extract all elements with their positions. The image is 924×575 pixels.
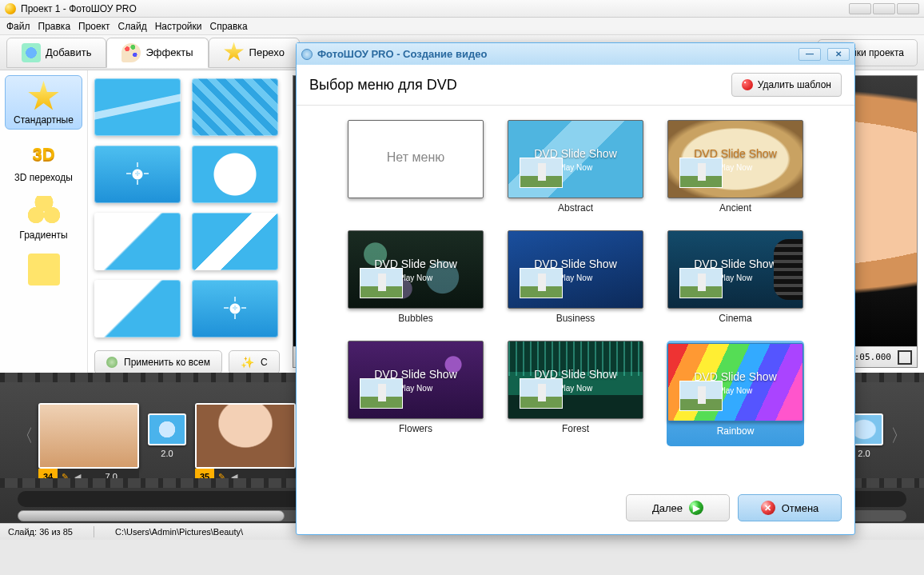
template-rainbow[interactable]: DVD Slide ShowPlay Now Rainbow: [667, 341, 804, 446]
cancel-label: Отмена: [782, 502, 819, 514]
tab-effects-label: Эффекты: [145, 46, 193, 58]
template-label: Ancient: [719, 202, 751, 214]
status-slide-count: Слайд: 36 из 85: [8, 527, 73, 537]
minimize-button[interactable]: [849, 3, 871, 14]
dialog-titlebar: ФотоШОУ PRO - Создание видео — ✕: [297, 43, 854, 65]
sidebar-item-standard[interactable]: Стандартные: [5, 75, 82, 130]
transition-duration: 2.0: [858, 449, 870, 458]
sidebar-item-label: Градиенты: [19, 230, 67, 241]
star-icon: [28, 81, 60, 113]
gradient-icon: [28, 196, 60, 228]
apply-all-label: Применить ко всем: [124, 357, 210, 368]
menu-settings[interactable]: Настройки: [155, 21, 202, 32]
check-icon: [106, 357, 117, 368]
effect-thumb[interactable]: [94, 280, 181, 337]
effect-thumb[interactable]: [192, 78, 278, 136]
timeline-next-button[interactable]: 〉: [892, 424, 906, 448]
app-icon: [5, 3, 16, 14]
sidebar-item-label: Стандартные: [14, 114, 74, 126]
menu-help[interactable]: Справка: [209, 21, 247, 32]
dialog-footer: Далее ▶ ✕ Отмена: [297, 485, 854, 534]
template-label: Cinema: [719, 313, 751, 324]
tab-add[interactable]: Добавить: [6, 38, 106, 68]
tab-effects[interactable]: Эффекты: [106, 38, 208, 68]
next-label: Далее: [652, 502, 683, 514]
main-titlebar: Проект 1 - ФотоШОУ PRO: [0, 0, 924, 18]
template-ancient[interactable]: DVD Slide ShowPlay Now Ancient: [667, 120, 804, 226]
template-label: Forest: [562, 423, 589, 434]
template-bubbles[interactable]: DVD Slide ShowPlay Now Bubbles: [347, 230, 484, 336]
effects-grid: [88, 70, 286, 345]
tab-transitions-label: Перехо: [249, 46, 285, 58]
tab-add-label: Добавить: [46, 46, 91, 58]
random-effect-button[interactable]: ✨С: [229, 350, 280, 374]
timeline-slide[interactable]: 35 ✎ ◀: [195, 403, 296, 469]
tab-transitions[interactable]: Перехо: [209, 38, 300, 68]
arrow-right-icon: ▶: [689, 501, 703, 515]
cancel-icon: ✕: [761, 501, 775, 515]
fullscreen-button[interactable]: [898, 350, 912, 365]
template-label: Abstract: [558, 202, 593, 214]
effect-thumb[interactable]: [94, 146, 181, 203]
timeline-slide[interactable]: 34 ✎ ◀ 7.0: [38, 403, 139, 469]
menu-bar: Файл Правка Проект Слайд Настройки Справ…: [0, 18, 924, 35]
template-label: Bubbles: [398, 313, 432, 324]
star-icon: [224, 42, 245, 63]
template-label: Business: [556, 313, 595, 324]
camera-icon: [22, 43, 41, 62]
effect-thumb[interactable]: [94, 78, 181, 136]
transition-slot[interactable]: 2.0: [145, 413, 189, 458]
sidebar-item-3d[interactable]: 3D 3D переходы: [5, 133, 82, 187]
sidebar-item-gradients[interactable]: Градиенты: [5, 190, 82, 245]
effect-thumb[interactable]: [192, 213, 278, 270]
effect-thumb[interactable]: [192, 280, 278, 337]
status-path: C:\Users\Admin\Pictures\Beauty\: [115, 527, 243, 537]
window-title: Проект 1 - ФотоШОУ PRO: [21, 3, 137, 14]
effects-sidebar: Стандартные 3D 3D переходы Градиенты: [0, 70, 88, 373]
maximize-button[interactable]: [873, 3, 895, 14]
dvd-menu-dialog: ФотоШОУ PRO - Создание видео — ✕ Выбор м…: [296, 42, 855, 535]
template-none[interactable]: Нет меню: [347, 120, 484, 226]
delete-icon: [742, 79, 753, 90]
menu-edit[interactable]: Правка: [38, 21, 71, 32]
close-button[interactable]: [897, 3, 919, 14]
template-label: Flowers: [399, 423, 432, 434]
note-icon: [28, 254, 60, 286]
effect-thumb[interactable]: [94, 213, 181, 270]
template-label: Rainbow: [717, 425, 755, 437]
effect-thumb[interactable]: [192, 146, 278, 203]
dialog-close-button[interactable]: ✕: [827, 48, 850, 61]
dialog-icon: [301, 49, 313, 60]
dialog-heading: Выбор меню для DVD: [309, 77, 457, 94]
transition-duration: 2.0: [161, 449, 173, 458]
3d-icon: 3D: [28, 138, 60, 170]
apply-all-button[interactable]: Применить ко всем: [94, 350, 222, 374]
menu-file[interactable]: Файл: [6, 21, 30, 32]
template-abstract[interactable]: DVD Slide ShowPlay Now Abstract: [507, 120, 644, 226]
random-label: С: [261, 357, 268, 368]
template-flowers[interactable]: DVD Slide ShowPlay Now Flowers: [347, 341, 484, 446]
cancel-button[interactable]: ✕ Отмена: [738, 494, 842, 521]
template-business[interactable]: DVD Slide ShowPlay Now Business: [507, 230, 644, 336]
dialog-minimize-button[interactable]: —: [799, 48, 821, 61]
sidebar-item-label: 3D переходы: [14, 172, 73, 183]
palette-icon: [121, 43, 141, 62]
next-button[interactable]: Далее ▶: [626, 494, 730, 521]
template-forest[interactable]: DVD Slide ShowPlay Now Forest: [507, 341, 644, 446]
dialog-header: Выбор меню для DVD Удалить шаблон: [297, 65, 854, 106]
template-cinema[interactable]: DVD Slide ShowPlay Now Cinema: [667, 230, 804, 336]
sidebar-item-extra[interactable]: [5, 248, 82, 289]
template-grid: Нет меню DVD Slide ShowPlay Now Abstract…: [297, 106, 854, 485]
delete-template-label: Удалить шаблон: [758, 79, 831, 90]
menu-slide[interactable]: Слайд: [118, 21, 147, 32]
delete-template-button[interactable]: Удалить шаблон: [731, 73, 842, 97]
menu-project[interactable]: Проект: [78, 21, 110, 32]
timeline-prev-button[interactable]: 〈: [18, 424, 32, 448]
dialog-title: ФотоШОУ PRO - Создание видео: [317, 48, 487, 60]
